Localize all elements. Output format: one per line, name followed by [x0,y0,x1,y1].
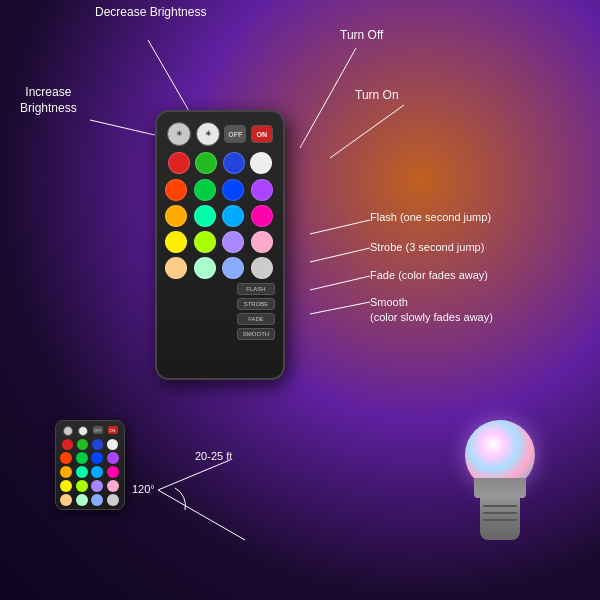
sc13 [60,494,72,506]
smooth-mode-button[interactable]: SMOOTH [237,328,275,340]
base-line-1 [483,505,517,507]
sc4 [107,452,119,464]
red-button[interactable] [168,152,190,174]
blue-button[interactable] [223,152,245,174]
turn-off-label: Turn Off [340,28,383,44]
fade-row: FADE [165,313,275,325]
sc10 [76,480,88,492]
color-dot-lavender[interactable] [222,231,244,253]
small-white [107,439,118,450]
color-dot-light-pink[interactable] [251,231,273,253]
base-line-2 [483,512,517,514]
bulb-base-lines [480,505,520,521]
strobe-mode-button[interactable]: STROBE [237,298,275,310]
flash-label: Flash (one second jump) [370,210,491,224]
main-remote: ☀ ☀ OFF ON FLASH [155,110,285,380]
small-green [77,439,88,450]
svg-line-5 [310,248,370,262]
svg-line-2 [330,105,404,158]
svg-line-1 [300,48,356,148]
small-off-btn: OFF [93,426,103,434]
strobe-label: Strobe (3 second jump) [370,240,484,254]
small-dim-btn [63,426,73,436]
color-dot-blue2[interactable] [222,179,244,201]
color-dot-sky[interactable] [222,257,244,279]
smooth-row: SMOOTH [165,328,275,340]
color-dot-purple[interactable] [251,179,273,201]
sc9 [60,480,72,492]
svg-line-9 [158,490,245,540]
white-button[interactable] [250,152,272,174]
sc1 [60,452,72,464]
sc6 [76,466,88,478]
color-dot-silver[interactable] [251,257,273,279]
small-bright-btn [78,426,88,436]
distance-label: 20-25 ft [195,450,232,462]
fade-label: Fade (color fades away) [370,268,488,282]
base-line-3 [483,519,517,521]
color-dot-amber[interactable] [165,205,187,227]
increase-brightness-label: IncreaseBrightness [20,85,77,116]
sc8 [107,466,119,478]
small-rgbw [60,439,120,450]
color-dot-green2[interactable] [194,179,216,201]
small-color-grid [60,452,120,506]
small-remote-top: OFF ON [60,426,120,436]
decrease-brightness-label: Decrease Brightness [95,5,206,21]
color-dot-yellow[interactable] [165,231,187,253]
fade-mode-button[interactable]: FADE [237,313,275,325]
strobe-row: STROBE [165,298,275,310]
color-dot-lime[interactable] [194,231,216,253]
color-dot-peach[interactable] [165,257,187,279]
rgbw-row [165,152,275,174]
svg-line-7 [310,302,370,314]
color-dot-pink[interactable] [251,205,273,227]
svg-line-4 [310,220,370,234]
color-dot-orange-red[interactable] [165,179,187,201]
remote-top-row: ☀ ☀ OFF ON [165,122,275,146]
brightness-decrease-button[interactable]: ☀ [167,122,191,146]
sc14 [76,494,88,506]
sc15 [91,494,103,506]
angle-label: 120° [132,483,155,495]
sc12 [107,480,119,492]
flash-mode-button[interactable]: FLASH [237,283,275,295]
sc11 [91,480,103,492]
color-grid [165,179,275,279]
sc3 [91,452,103,464]
color-dot-teal[interactable] [194,205,216,227]
sc16 [107,494,119,506]
color-dot-mint[interactable] [194,257,216,279]
color-dot-cyan[interactable] [222,205,244,227]
light-bulb [455,420,545,540]
bulb-base [480,495,520,540]
small-remote: OFF ON [55,420,125,510]
small-on-btn: ON [108,426,118,434]
turn-on-label: Turn On [355,88,399,104]
small-red [62,439,73,450]
sc7 [91,466,103,478]
smooth-label: Smooth(color slowly fades away) [370,295,493,326]
svg-line-8 [158,460,230,490]
brightness-increase-button[interactable]: ☀ [196,122,220,146]
mode-buttons: FLASH STROBE FADE SMOOTH [165,283,275,340]
turn-on-button[interactable]: ON [251,125,273,143]
small-blue [92,439,103,450]
green-button[interactable] [195,152,217,174]
turn-off-button[interactable]: OFF [224,125,246,143]
svg-line-6 [310,276,370,290]
flash-row: FLASH [165,283,275,295]
sc2 [76,452,88,464]
sc5 [60,466,72,478]
